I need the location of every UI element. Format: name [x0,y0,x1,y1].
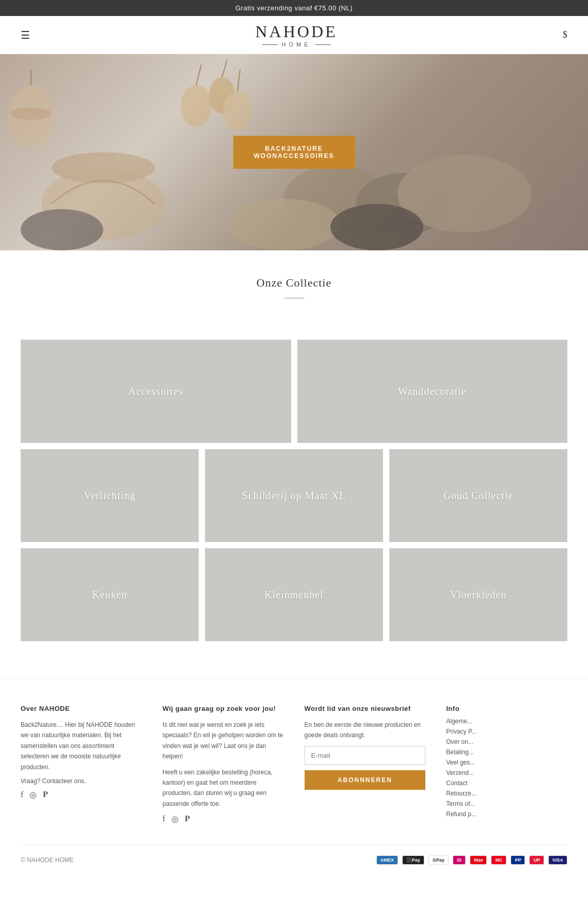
cart-icon[interactable]: $ [563,29,567,40]
footer-col-info: Info Algeme... Privacy P... Over on... B… [446,705,567,824]
facebook-icon[interactable]: f [21,790,23,800]
copyright: © NAHODE HOME [21,856,74,864]
category-verlichting[interactable]: Verlichting [21,449,199,542]
collection-title: Onze Collectie [21,276,567,290]
footer-about-title: Over NAHODE [21,705,142,712]
footer-help-text2: Heeft u een zakelijke bestelling (horeca… [163,767,284,809]
instagram-icon-2[interactable]: ◎ [171,814,179,824]
unionpay-icon: UP [529,855,544,865]
footer-newsletter-title: Wordt lid van onze nieuwsbrief [305,705,426,712]
brand-sub: HOME [30,41,563,47]
svg-point-7 [223,91,252,131]
footer-social-col2: f ◎ 𝐏 [163,814,284,824]
maestro-icon: Mae [470,855,487,865]
svg-point-4 [52,152,155,183]
amex-icon: AMEX [376,855,398,865]
svg-point-1 [10,107,52,120]
footer-link-retour[interactable]: Retourze... [446,790,567,797]
logo[interactable]: NAHODE HOME [30,22,563,47]
mastercard-icon: MC [491,855,506,865]
footer-about-text: Back2Nature.... Hier bij NAHODE houden w… [21,720,142,772]
paypal-icon: PP [511,855,525,865]
collection-divider [284,298,305,298]
hero-button[interactable]: BACK2NATURE WOONACCESSOIRES [233,136,355,169]
collection-section: Onze Collectie [0,250,588,340]
facebook-icon-2[interactable]: f [163,814,165,824]
grid-row-3: Keuken Kleinmeubel Vloerkleden [21,548,567,641]
header: ☰ NAHODE HOME $ [0,16,588,54]
footer-col-about: Over NAHODE Back2Nature.... Hier bij NAH… [21,705,142,824]
hero-cta[interactable]: BACK2NATURE WOONACCESSOIRES [233,136,355,169]
email-input[interactable] [305,746,426,765]
category-wanddecoratie[interactable]: Wanddecoratie [297,340,568,443]
svg-point-14 [21,209,103,250]
footer-link-refund[interactable]: Refund p... [446,810,567,818]
category-schilderij[interactable]: Schilderij op Maat XL [205,449,383,542]
footer-newsletter-text: En ben de eerste die nieuwe producten en… [305,720,426,741]
footer-link-algemeen[interactable]: Algeme... [446,718,567,725]
category-vloerkleden[interactable]: Vloerkleden [389,548,567,641]
hero-section: BACK2NATURE WOONACCESSOIRES [0,54,588,250]
svg-line-10 [237,70,240,91]
subscribe-button[interactable]: ABONNNEREN [305,770,426,790]
pinterest-icon[interactable]: 𝐏 [43,790,48,800]
collection-grid: Accessoires Wanddecoratie Verlichting Sc… [0,340,588,678]
footer-contact-link[interactable]: Vraag? Contacteer ons. [21,777,142,785]
pinterest-icon-2[interactable]: 𝐏 [185,814,190,824]
menu-icon[interactable]: ☰ [21,29,30,41]
grid-row-1: Accessoires Wanddecoratie [21,340,567,443]
footer-bottom: © NAHODE HOME AMEX ⬛Pay GPay iD Mae MC P… [21,845,567,865]
visa-icon: VISA [548,855,567,865]
footer-link-veel[interactable]: Veel ges... [446,759,567,766]
grid-row-2: Verlichting Schilderij op Maat XL Goud C… [21,449,567,542]
svg-point-5 [181,85,212,126]
footer-info-title: Info [446,705,567,712]
footer-social-col1: f ◎ 𝐏 [21,790,142,800]
footer-link-contact[interactable]: Contact [446,780,567,787]
footer-top: Over NAHODE Back2Nature.... Hier bij NAH… [21,705,567,824]
category-accessoires[interactable]: Accessoires [21,340,291,443]
svg-point-15 [227,199,341,250]
footer-link-betaling[interactable]: Betaling... [446,749,567,756]
svg-line-9 [222,59,227,77]
payment-icons: AMEX ⬛Pay GPay iD Mae MC PP UP VISA [376,855,567,865]
instagram-icon[interactable]: ◎ [29,790,37,800]
svg-line-8 [196,65,201,85]
footer: Over NAHODE Back2Nature.... Hier bij NAH… [0,678,588,880]
footer-help-title: Wij gaan graag op zoek voor jou! [163,705,284,712]
svg-point-16 [330,204,423,250]
footer-link-over[interactable]: Over on... [446,738,567,745]
footer-help-text1: Is dit niet wat je wenst en zoek je iets… [163,720,284,762]
footer-link-privacy[interactable]: Privacy P... [446,728,567,735]
gpay-icon: GPay [428,855,449,865]
footer-col-help: Wij gaan graag op zoek voor jou! Is dit … [163,705,284,824]
top-banner: Gratis verzending vanaf €75.00 (NL) [0,0,588,16]
ideal-icon: iD [453,855,466,865]
footer-link-terms[interactable]: Terms of... [446,800,567,807]
category-kleinmeubel[interactable]: Kleinmeubel [205,548,383,641]
category-keuken[interactable]: Keuken [21,548,199,641]
applepay-icon: ⬛Pay [402,855,424,865]
brand-name: NAHODE [30,22,563,41]
footer-col-newsletter: Wordt lid van onze nieuwsbrief En ben de… [305,705,426,824]
footer-link-verzend[interactable]: Verzend... [446,769,567,776]
category-goud-collectie[interactable]: Goud Collectie [389,449,567,542]
